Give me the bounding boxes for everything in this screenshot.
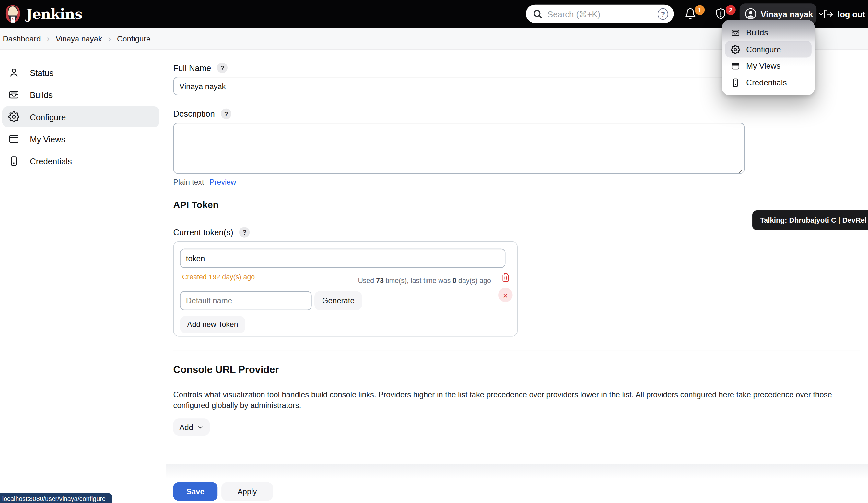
menu-item-credentials[interactable]: Credentials (725, 74, 811, 91)
logout-icon (823, 8, 834, 19)
brand-title: Jenkins (26, 6, 82, 22)
jenkins-user-configure-page: Jenkins ? 1 (0, 0, 868, 503)
full-name-field-header: Full Name ? (173, 63, 228, 73)
footer-fade (166, 464, 868, 479)
sidebar-label: Configure (30, 112, 66, 122)
gear-icon (731, 44, 740, 54)
search-input[interactable] (547, 9, 658, 19)
current-tokens-header: Current token(s) ? (173, 227, 250, 237)
menu-item-label: Builds (746, 28, 768, 37)
browser-status-url: localhost:8080/user/vinaya/configure (0, 493, 112, 503)
full-name-help-icon[interactable]: ? (217, 63, 228, 73)
window-icon (8, 134, 19, 145)
chevron-right-icon: › (47, 34, 50, 43)
revoke-token-button[interactable] (501, 272, 510, 282)
jenkins-butler-icon (4, 4, 21, 23)
screenshare-talking-overlay: Talking: Dhrubajyoti C | DevRel En... (752, 211, 868, 230)
save-button[interactable]: Save (173, 482, 218, 501)
full-name-input[interactable] (173, 77, 745, 95)
token-name-input[interactable] (180, 249, 505, 268)
full-name-label: Full Name (173, 63, 211, 73)
current-tokens-help-icon[interactable]: ? (239, 227, 250, 237)
gear-icon (8, 111, 19, 122)
token-group-box: Created 192 day(s) ago Used 73 time(s), … (173, 242, 518, 337)
avatar-icon (744, 8, 757, 20)
sidebar-item-builds[interactable]: Builds (2, 84, 159, 105)
description-field-header: Description ? (173, 109, 231, 119)
new-token-name-input[interactable] (180, 291, 311, 310)
preview-link[interactable]: Preview (209, 178, 236, 187)
menu-item-label: My Views (746, 62, 781, 70)
sidebar-item-configure[interactable]: Configure (2, 106, 159, 127)
section-divider (173, 350, 860, 350)
sidebar-label: My Views (30, 134, 65, 144)
jenkins-logo[interactable]: Jenkins (0, 4, 82, 23)
description-label: Description (173, 109, 215, 118)
notifications-button[interactable] (684, 0, 696, 28)
menu-item-label: Credentials (746, 78, 787, 87)
token-usage-text: Used 73 time(s), last time was 0 day(s) … (358, 277, 491, 285)
token-created-text: Created 192 day(s) ago (182, 274, 255, 281)
cancel-token-button[interactable]: × (498, 288, 513, 302)
menu-item-my-views[interactable]: My Views (725, 58, 811, 74)
search-icon (533, 9, 542, 19)
apply-button[interactable]: Apply (221, 482, 273, 501)
menu-item-label: Configure (746, 45, 781, 53)
add-new-token-button[interactable]: Add new Token (180, 316, 245, 333)
search-box[interactable]: ? (526, 4, 674, 23)
add-provider-label: Add (179, 423, 193, 431)
close-icon: × (503, 290, 508, 300)
menu-item-builds[interactable]: Builds (725, 24, 811, 41)
id-card-icon (731, 78, 740, 87)
plain-text-label: Plain text (173, 178, 204, 187)
sidebar-item-status[interactable]: Status (2, 62, 159, 83)
chevron-down-icon (197, 424, 204, 430)
description-mode-row: Plain text Preview (173, 178, 236, 187)
search-help-icon[interactable]: ? (658, 8, 668, 20)
trash-icon (501, 272, 510, 282)
api-token-heading: API Token (173, 200, 219, 211)
sidebar-label: Status (30, 68, 53, 77)
breadcrumb-dashboard[interactable]: Dashboard (3, 34, 41, 43)
notification-count-badge: 1 (695, 5, 705, 15)
description-textarea[interactable] (173, 123, 745, 174)
current-tokens-label: Current token(s) (173, 227, 234, 237)
security-count-badge: 2 (726, 5, 736, 15)
description-help-icon[interactable]: ? (221, 109, 231, 119)
logout-button[interactable]: log out (823, 0, 865, 28)
breadcrumb-user[interactable]: Vinaya nayak (56, 34, 102, 43)
user-name-label: Vinaya nayak (761, 9, 813, 19)
user-dropdown-menu: Builds Configure My Views (722, 20, 815, 95)
window-icon (731, 61, 740, 71)
id-card-icon (8, 156, 19, 167)
sidebar-item-my-views[interactable]: My Views (2, 129, 159, 150)
sidebar-label: Credentials (30, 156, 72, 166)
logout-label: log out (838, 9, 865, 19)
generate-token-button[interactable]: Generate (314, 291, 362, 310)
inbox-icon (8, 89, 19, 100)
add-provider-button[interactable]: Add (173, 418, 210, 435)
sidebar-item-credentials[interactable]: Credentials (2, 151, 159, 172)
shield-warning-icon (715, 8, 727, 20)
console-url-description: Controls what visualization tool handles… (173, 390, 859, 411)
menu-item-configure[interactable]: Configure (725, 41, 811, 58)
breadcrumb-configure[interactable]: Configure (117, 34, 151, 43)
inbox-icon (731, 28, 740, 37)
person-icon (8, 67, 19, 78)
sidebar-label: Builds (30, 90, 52, 100)
console-url-heading: Console URL Provider (173, 364, 279, 376)
chevron-right-icon: › (108, 34, 111, 43)
